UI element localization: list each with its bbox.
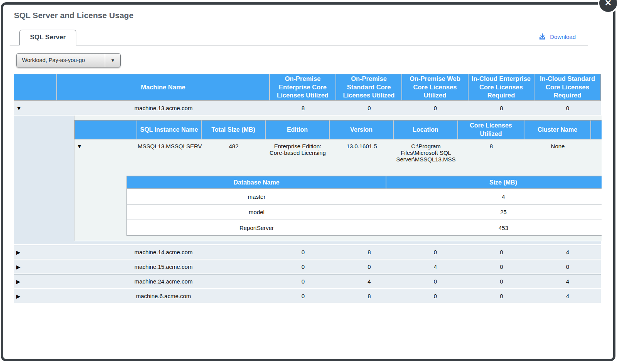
license-value-cell: 8 [336, 245, 402, 260]
instance-panel: SQL Instance Name Total Size (MB) Editio… [74, 116, 602, 241]
location-cell: C:\Program Files\Microsoft SQL Server\MS… [394, 139, 458, 175]
download-button[interactable]: Download [538, 33, 576, 40]
column-header-size-mb: Size (MB) [386, 176, 602, 189]
core-licenses-cell: 8 [458, 139, 524, 175]
database-name-cell: ReportServer [127, 220, 386, 235]
expand-row-icon[interactable]: ▶ [16, 264, 20, 270]
instance-table-header-row: SQL Instance Name Total Size (MB) Editio… [74, 120, 602, 139]
license-value-cell: 0 [469, 274, 534, 289]
license-value-cell: 0 [402, 101, 469, 116]
machine-table-header-row: Machine Name On-Premise Enterprise Core … [14, 74, 601, 101]
machine-name-cell: machine.15.acme.com [57, 260, 270, 274]
download-icon [538, 33, 546, 40]
license-value-cell: 0 [469, 260, 534, 274]
column-header-database-name: Database Name [127, 176, 386, 189]
license-value-cell: 0 [534, 260, 601, 274]
license-value-cell: 0 [469, 245, 534, 260]
column-header-onprem-web: On-Premise Web Core Licenses Utilized [402, 74, 469, 101]
column-header-total-size: Total Size (MB) [202, 120, 266, 139]
dropdown-arrow-button[interactable]: ▼ [105, 54, 120, 67]
license-value-cell: 4 [534, 274, 601, 289]
license-value-cell: 0 [336, 260, 402, 274]
database-row: model25 [127, 205, 602, 220]
machine-row: ▶machine.14.acme.com08004 [14, 245, 601, 260]
download-label: Download [550, 34, 576, 40]
license-value-cell: 0 [270, 289, 336, 304]
column-header-machine-name: Machine Name [57, 74, 270, 101]
edition-cell: Enterprise Edition: Core-based Licensing [266, 139, 330, 175]
expander-cell[interactable]: ▼ [14, 101, 57, 116]
machine-row: ▶machine.24.acme.com04004 [14, 274, 601, 289]
machine-row: ▶machine.6.acme.com08004 [14, 289, 601, 304]
column-header-onprem-standard: On-Premise Standard Core Licenses Utiliz… [336, 74, 402, 101]
report-content: SQL Server and License Usage SQL Server … [3, 11, 613, 304]
instance-row: ▼ MSSQL13.MSSQLSERV 482 Enterprise Editi… [74, 139, 602, 175]
license-value-cell: 4 [402, 260, 469, 274]
expander-cell[interactable]: ▶ [14, 260, 57, 274]
column-header-instance-name: SQL Instance Name [137, 120, 202, 139]
database-size-cell: 25 [386, 205, 602, 220]
expanded-machine-details: SQL Instance Name Total Size (MB) Editio… [14, 116, 601, 245]
database-name-cell: master [127, 189, 386, 205]
database-row: master4 [127, 189, 602, 205]
version-cell: 13.0.1601.5 [330, 139, 394, 175]
machine-name-cell: machine.24.acme.com [57, 274, 270, 289]
expander-cell[interactable]: ▼ [74, 139, 137, 175]
database-size-cell: 453 [386, 220, 602, 235]
app-window: SQL Server and License Usage SQL Server … [1, 2, 615, 361]
instance-name-cell: MSSQL13.MSSQLSERV [137, 139, 202, 175]
expand-row-icon[interactable]: ▶ [16, 278, 20, 285]
column-header-onprem-enterprise: On-Premise Enterprise Core Licenses Util… [270, 74, 336, 101]
expander-cell[interactable]: ▶ [14, 245, 57, 260]
total-size-cell: 482 [202, 139, 266, 175]
database-table-wrap: Database Name Size (MB) master4model25Re… [126, 176, 602, 236]
expand-area: SQL Instance Name Total Size (MB) Editio… [14, 116, 601, 244]
expand-row-icon[interactable]: ▶ [16, 293, 20, 299]
machine-table: Machine Name On-Premise Enterprise Core … [14, 74, 601, 304]
expand-indent [14, 116, 74, 241]
database-row: ReportServer453 [127, 220, 602, 235]
license-value-cell: 0 [402, 289, 469, 304]
workload-dropdown-value: Workload, Pay-as-you-go [17, 54, 105, 67]
column-header-edition: Edition [266, 120, 330, 139]
column-header-version: Version [330, 120, 394, 139]
database-name-cell: model [127, 205, 386, 220]
tab-sql-server[interactable]: SQL Server [19, 30, 76, 45]
license-value-cell: 0 [270, 245, 336, 260]
license-value-cell: 0 [534, 101, 601, 116]
license-value-cell: 0 [270, 260, 336, 274]
database-table: Database Name Size (MB) master4model25Re… [126, 176, 602, 236]
license-value-cell: 4 [534, 289, 601, 304]
cluster-name-cell: None [524, 139, 591, 175]
expander-cell[interactable]: ▶ [14, 274, 57, 289]
close-icon: ✕ [605, 0, 612, 8]
machine-row: ▼machine.13.acme.com80080 [14, 101, 601, 116]
expander-column-header [74, 120, 137, 139]
column-header-core-licenses: Core Licenses Utilized [458, 120, 524, 139]
machine-row: ▶machine.15.acme.com00400 [14, 260, 601, 274]
license-value-cell: 8 [469, 101, 534, 116]
machine-name-cell: machine.6.acme.com [57, 289, 270, 304]
license-value-cell: 0 [402, 274, 469, 289]
page-title: SQL Server and License Usage [14, 11, 613, 20]
column-header-incloud-standard: In-Cloud Standard Core Licenses Required [534, 74, 601, 101]
license-value-cell: 8 [336, 289, 402, 304]
instance-table: SQL Instance Name Total Size (MB) Editio… [74, 120, 602, 175]
database-table-header-row: Database Name Size (MB) [127, 176, 602, 189]
license-value-cell: 0 [270, 274, 336, 289]
expander-column-header [14, 74, 57, 101]
chevron-down-icon: ▼ [111, 58, 115, 63]
database-size-cell: 4 [386, 189, 602, 205]
license-value-cell: 0 [402, 245, 469, 260]
license-value-cell: 4 [534, 245, 601, 260]
column-header-location: Location [394, 120, 458, 139]
expander-cell[interactable]: ▶ [14, 289, 57, 304]
column-header-cluster-name: Cluster Name [524, 120, 591, 139]
collapse-row-icon[interactable]: ▼ [16, 105, 22, 111]
truncated-cell [591, 139, 602, 175]
column-header-truncated [591, 120, 602, 139]
expand-row-icon[interactable]: ▶ [16, 249, 20, 255]
workload-dropdown[interactable]: Workload, Pay-as-you-go ▼ [16, 53, 121, 67]
column-header-incloud-enterprise: In-Cloud Enterprise Core Licenses Requir… [469, 74, 534, 101]
collapse-row-icon[interactable]: ▼ [77, 143, 82, 149]
